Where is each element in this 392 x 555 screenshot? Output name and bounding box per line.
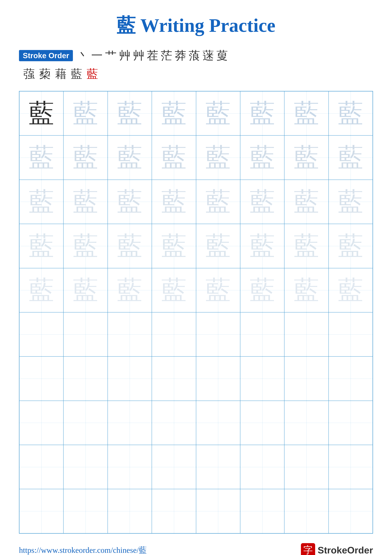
grid-cell-7-4 bbox=[152, 357, 196, 401]
grid-cell-2-4: 藍 bbox=[152, 135, 196, 180]
grid-cell-9-8 bbox=[328, 445, 373, 489]
grid-cell-6-3 bbox=[108, 312, 152, 357]
practice-char-light: 藍 bbox=[205, 96, 231, 131]
grid-cell-1-8: 藍 bbox=[328, 91, 373, 135]
grid-cell-1-3: 藍 bbox=[108, 91, 152, 135]
stroke-char-8: 莽 bbox=[173, 48, 187, 63]
practice-char-light: 藍 bbox=[29, 185, 54, 219]
grid-cell-10-6 bbox=[240, 489, 284, 533]
grid-cell-8-5 bbox=[196, 401, 240, 445]
practice-char-light: 藍 bbox=[73, 185, 98, 219]
practice-char-light: 藍 bbox=[205, 229, 231, 263]
practice-char-light: 藍 bbox=[205, 185, 231, 219]
practice-char-light: 藍 bbox=[73, 229, 98, 263]
grid-cell-10-7 bbox=[284, 489, 328, 533]
grid-cell-1-2: 藍 bbox=[64, 91, 107, 135]
practice-char-light: 藍 bbox=[161, 229, 187, 263]
stroke-char-9: 蒗 bbox=[187, 48, 201, 63]
footer-url[interactable]: https://www.strokeorder.com/chinese/藍 bbox=[19, 545, 147, 555]
grid-cell-2-2: 藍 bbox=[64, 135, 107, 180]
grid-cell-3-2: 藍 bbox=[64, 180, 107, 224]
practice-char-light: 藍 bbox=[117, 273, 142, 307]
grid-cell-4-8: 藍 bbox=[328, 224, 373, 268]
grid-row-9 bbox=[19, 445, 373, 489]
stroke-char-2: 一 bbox=[90, 48, 104, 63]
stroke-char-5: 艸 bbox=[132, 48, 146, 63]
grid-cell-7-2 bbox=[64, 357, 107, 401]
grid-row-7 bbox=[19, 357, 373, 401]
stroke-char-7: 茫 bbox=[160, 48, 173, 63]
footer-logo-icon: 字 bbox=[301, 543, 315, 555]
grid-cell-3-3: 藍 bbox=[108, 180, 152, 224]
practice-char-light: 藍 bbox=[250, 273, 275, 307]
grid-cell-5-1: 藍 bbox=[19, 268, 64, 312]
grid-cell-7-1 bbox=[19, 357, 64, 401]
practice-grid: 藍 藍 藍 藍 藍 藍 藍 藍 bbox=[19, 91, 373, 534]
grid-cell-4-7: 藍 bbox=[284, 224, 328, 268]
grid-row-5: 藍 藍 藍 藍 藍 藍 藍 藍 bbox=[19, 268, 373, 312]
grid-cell-9-1 bbox=[19, 445, 64, 489]
practice-char-light: 藍 bbox=[338, 140, 363, 175]
practice-char-light: 藍 bbox=[338, 185, 363, 219]
grid-row-6 bbox=[19, 312, 373, 357]
practice-char-light: 藍 bbox=[161, 185, 187, 219]
practice-char-dark: 藍 bbox=[29, 96, 54, 131]
grid-cell-6-6 bbox=[240, 312, 284, 357]
practice-char-light: 藍 bbox=[250, 185, 275, 219]
stroke-order-row: Stroke Order 丶 一 艹 艸 艸 茬 茫 莽 蒗 蒾 蓃 bbox=[19, 48, 373, 63]
practice-char-light: 藍 bbox=[294, 140, 319, 175]
grid-cell-2-1: 藍 bbox=[19, 135, 64, 180]
practice-char-light: 藍 bbox=[73, 96, 98, 131]
grid-cell-6-7 bbox=[284, 312, 328, 357]
practice-char-light: 藍 bbox=[338, 273, 363, 307]
practice-char-light: 藍 bbox=[294, 96, 319, 131]
grid-cell-3-1: 藍 bbox=[19, 180, 64, 224]
stroke-char-6: 茬 bbox=[146, 48, 160, 63]
grid-cell-1-4: 藍 bbox=[152, 91, 196, 135]
grid-cell-1-1: 藍 bbox=[19, 91, 64, 135]
stroke-order-badge: Stroke Order bbox=[19, 50, 73, 61]
practice-char-light: 藍 bbox=[205, 273, 231, 307]
grid-cell-9-5 bbox=[196, 445, 240, 489]
grid-cell-4-6: 藍 bbox=[240, 224, 284, 268]
grid-row-10 bbox=[19, 489, 373, 533]
practice-char-light: 藍 bbox=[338, 229, 363, 263]
stroke-char-13: 蔾 bbox=[38, 66, 52, 81]
practice-char-light: 藍 bbox=[117, 140, 142, 175]
stroke-order-section: Stroke Order 丶 一 艹 艸 艸 茬 茫 莽 蒗 蒾 蓃 蔃 bbox=[19, 48, 373, 81]
grid-cell-5-2: 藍 bbox=[64, 268, 107, 312]
footer-logo-char: 字 bbox=[303, 544, 313, 555]
grid-cell-8-7 bbox=[284, 401, 328, 445]
grid-cell-7-7 bbox=[284, 357, 328, 401]
grid-cell-3-4: 藍 bbox=[152, 180, 196, 224]
practice-char-light: 藍 bbox=[29, 229, 54, 263]
grid-cell-3-6: 藍 bbox=[240, 180, 284, 224]
grid-row-2: 藍 藍 藍 藍 藍 藍 藍 藍 bbox=[19, 135, 373, 180]
title-chinese: 藍 bbox=[117, 15, 135, 36]
grid-cell-6-4 bbox=[152, 312, 196, 357]
grid-cell-3-7: 藍 bbox=[284, 180, 328, 224]
grid-cell-6-8 bbox=[328, 312, 373, 357]
grid-cell-3-5: 藍 bbox=[196, 180, 240, 224]
grid-cell-10-5 bbox=[196, 489, 240, 533]
grid-cell-7-5 bbox=[196, 357, 240, 401]
practice-char-light: 藍 bbox=[29, 273, 54, 307]
grid-cell-3-8: 藍 bbox=[328, 180, 373, 224]
grid-cell-9-4 bbox=[152, 445, 196, 489]
grid-cell-6-1 bbox=[19, 312, 64, 357]
practice-char-light: 藍 bbox=[161, 140, 187, 175]
practice-char-light: 藍 bbox=[250, 229, 275, 263]
footer-logo-text: StrokeOrder bbox=[318, 545, 373, 555]
stroke-char-3: 艹 bbox=[104, 48, 118, 63]
grid-cell-1-6: 藍 bbox=[240, 91, 284, 135]
grid-cell-8-1 bbox=[19, 401, 64, 445]
practice-char-light: 藍 bbox=[29, 140, 54, 175]
practice-char-light: 藍 bbox=[161, 96, 187, 131]
grid-cell-8-6 bbox=[240, 401, 284, 445]
practice-char-light: 藍 bbox=[117, 185, 142, 219]
grid-cell-8-4 bbox=[152, 401, 196, 445]
grid-cell-10-4 bbox=[152, 489, 196, 533]
grid-cell-9-3 bbox=[108, 445, 152, 489]
page-title: 藍 Writing Practice bbox=[19, 13, 373, 38]
stroke-char-15: 藍 bbox=[70, 66, 84, 81]
